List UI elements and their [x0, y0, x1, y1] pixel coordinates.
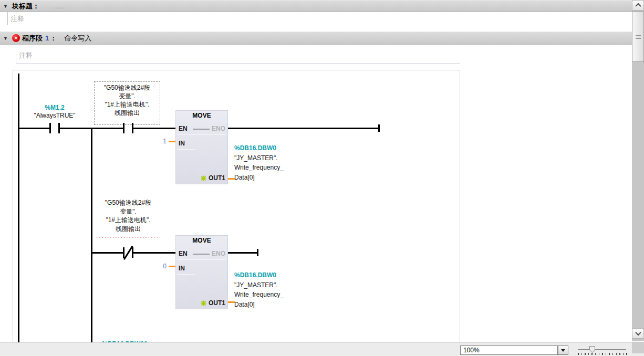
- annotation-star-icon: [201, 175, 206, 181]
- operand-line: Data[0]: [234, 173, 284, 183]
- operand-line: 线圈输出: [94, 225, 162, 234]
- wire: [18, 128, 50, 129]
- wire-end-tick: [257, 249, 258, 256]
- error-squiggle: [95, 121, 159, 124]
- wire: [60, 128, 123, 129]
- operand-line: Write_frequency_: [234, 290, 284, 300]
- nc-contact-operand[interactable]: "G50输送线2#段 变量". "1#上输送电机". 线圈输出: [94, 198, 162, 233]
- chevron-down-icon: [635, 330, 641, 336]
- move-instruction-2[interactable]: MOVE EN ENO IN OUT1: [175, 235, 228, 309]
- en-pin: EN: [179, 125, 188, 132]
- block-comment-field[interactable]: 注释: [7, 12, 618, 25]
- collapse-icon[interactable]: ▼: [3, 4, 8, 9]
- network-comment-field[interactable]: 注释: [16, 48, 460, 64]
- operand-line: Write_frequency_: [234, 163, 284, 173]
- collapse-icon[interactable]: ▼: [3, 36, 8, 41]
- vertical-scrollbar[interactable]: [632, 0, 644, 341]
- thumb-grip: [636, 38, 641, 39]
- lad-editor: ▼ 块标题： ..... 注释 ▼ ✕ 程序段 1 ： 命令写入 注释 %M1.…: [0, 0, 644, 356]
- operand-line: 线圈输出: [95, 109, 160, 117]
- wire: [92, 252, 123, 254]
- operand-line: "G50输送线2#段: [94, 198, 162, 207]
- eno-wire: [228, 128, 379, 129]
- in-pin: IN: [179, 140, 185, 147]
- operand-line: "JY_MASTER".: [234, 280, 284, 290]
- no-contact-left-bar[interactable]: [49, 123, 51, 133]
- operand-line: "1#上输送电机".: [95, 100, 160, 109]
- slider-ticks: [578, 353, 627, 355]
- operand-address[interactable]: %DB16.DBW0: [234, 143, 284, 153]
- status-bar: 100%: [0, 342, 644, 356]
- in-constant[interactable]: 1: [154, 138, 167, 145]
- operand-line: "JY_MASTER".: [234, 153, 284, 163]
- network-colon: ：: [50, 34, 57, 43]
- error-squiggle: [96, 235, 161, 238]
- out1-operand[interactable]: %DB16.DBW0 "JY_MASTER". Write_frequency_…: [234, 143, 284, 182]
- operand-address[interactable]: %M1.2: [28, 104, 81, 112]
- scroll-down-button[interactable]: [632, 328, 644, 339]
- scrollbar-corner: [632, 342, 644, 353]
- no-contact-left-bar[interactable]: [123, 123, 124, 133]
- branch-rail: [91, 128, 92, 344]
- thumb-grip: [636, 35, 641, 36]
- en-pin: EN: [179, 250, 188, 257]
- in-constant[interactable]: 0: [154, 263, 167, 270]
- wire-end-tick: [378, 124, 380, 132]
- out1-operand[interactable]: %DB16.DBW0 "JY_MASTER". Write_frequency_…: [234, 270, 284, 309]
- annotation-star-icon: [201, 300, 206, 306]
- eno-pin: ENO: [212, 125, 225, 132]
- pin-separator: [177, 274, 195, 275]
- block-title-placeholder[interactable]: .....: [53, 3, 65, 10]
- network-number: 1: [45, 34, 49, 42]
- slider-thumb[interactable]: [589, 346, 595, 353]
- eno-pin: ENO: [212, 250, 225, 257]
- operand-line: 变量".: [94, 207, 162, 216]
- en-eno-pass-wire: [193, 254, 210, 255]
- contact2-operand-box[interactable]: "G50输送线2#段 变量". "1#上输送电机". 线圈输出: [94, 81, 160, 125]
- scroll-up-button[interactable]: [632, 0, 644, 11]
- operand-line: "G50输送线2#段: [95, 83, 160, 92]
- network-title[interactable]: 命令写入: [64, 34, 91, 43]
- chevron-up-icon: [635, 3, 641, 9]
- operand-name[interactable]: "AlwaysTRUE": [28, 112, 81, 120]
- zoom-level-combobox[interactable]: 100%: [460, 345, 558, 355]
- eno-wire: [228, 252, 258, 254]
- operand-line: 变量".: [95, 92, 160, 100]
- pin-separator: [177, 149, 195, 150]
- operand-line: Data[0]: [234, 300, 284, 310]
- power-rail: [18, 74, 19, 344]
- in-wire: [169, 266, 175, 267]
- slider-rail: [578, 349, 626, 350]
- instruction-title: MOVE: [175, 110, 228, 119]
- out1-pin: OUT1: [201, 174, 225, 182]
- thumb-grip: [636, 37, 641, 37]
- en-eno-pass-wire: [193, 129, 210, 130]
- out1-pin: OUT1: [201, 299, 225, 307]
- wire: [133, 128, 175, 129]
- pin-separator: [177, 134, 226, 135]
- scrollbar-thumb[interactable]: [632, 12, 644, 62]
- move-instruction-1[interactable]: MOVE EN ENO IN OUT1: [175, 110, 228, 184]
- wire: [133, 252, 175, 254]
- error-icon: ✕: [12, 34, 20, 42]
- ladder-canvas[interactable]: %M1.2 "AlwaysTRUE" "G50输送线2#段 变量". "1#上输…: [13, 70, 460, 344]
- out1-label: OUT1: [209, 299, 225, 307]
- network-header[interactable]: ▼ ✕ 程序段 1 ： 命令写入: [0, 32, 632, 45]
- in-pin: IN: [179, 265, 185, 272]
- operand-line: "1#上输送电机".: [94, 216, 162, 225]
- instruction-title: MOVE: [175, 235, 228, 244]
- in-wire: [169, 141, 175, 142]
- contact1-operand[interactable]: %M1.2 "AlwaysTRUE": [28, 104, 81, 120]
- out1-label: OUT1: [209, 174, 225, 182]
- zoom-slider[interactable]: [577, 344, 629, 355]
- nc-contact-left-bar[interactable]: [123, 247, 124, 258]
- block-title-bar[interactable]: ▼ 块标题： .....: [0, 0, 632, 12]
- network-label: 程序段: [22, 34, 43, 43]
- chevron-down-icon: [561, 349, 565, 352]
- pin-separator: [177, 259, 226, 260]
- operand-address[interactable]: %DB16.DBW0: [234, 270, 284, 280]
- zoom-dropdown-button[interactable]: [558, 345, 568, 355]
- block-title-label: 块标题：: [12, 2, 39, 11]
